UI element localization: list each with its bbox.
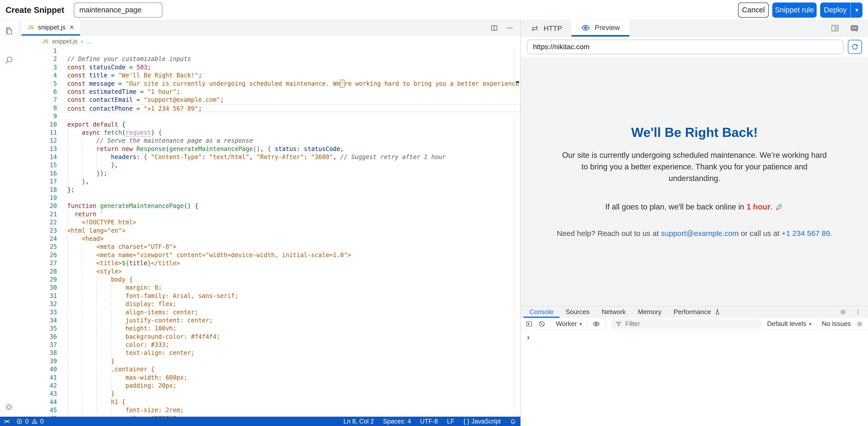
code-line[interactable]: 5const message = "Our site is currently … — [18, 80, 520, 88]
devtools-tab-sources[interactable]: Sources — [559, 306, 595, 318]
problems-indicator[interactable]: 0 0 — [16, 418, 44, 425]
status-bar: >< 0 0 Ln 8, Col — [0, 417, 520, 426]
code-line[interactable]: 23<html lang="en"> — [18, 227, 520, 235]
more-actions-icon[interactable] — [506, 24, 514, 32]
code-line[interactable]: 37 color: #333; — [18, 341, 520, 349]
code-line[interactable]: 35 height: 100vh; — [18, 324, 520, 333]
code-line[interactable]: 38 text-align: center; — [18, 349, 520, 357]
close-icon[interactable]: × — [69, 24, 74, 31]
console-prompt[interactable]: › — [527, 333, 530, 342]
code-line[interactable]: 42 padding: 20px; — [18, 381, 520, 390]
encoding-setting[interactable]: UTF-8 — [420, 418, 438, 425]
url-input[interactable] — [527, 39, 843, 54]
settings-gear-icon[interactable] — [4, 402, 14, 413]
snippet-rule-button[interactable]: Snippet rule — [772, 2, 817, 18]
code-line[interactable]: 30 margin: 0; — [18, 284, 520, 292]
code-line[interactable]: 25 <meta charset="UTF-8"> — [18, 243, 520, 251]
console-output[interactable]: › — [521, 330, 868, 426]
code-line[interactable]: 39 } — [18, 357, 520, 365]
code-line[interactable]: 46 color: #0056b3; — [18, 415, 520, 417]
devtools-tab-console[interactable]: Console — [523, 306, 559, 318]
code-line[interactable]: 34 justify-content: center; — [18, 316, 520, 324]
code-line[interactable]: 7const contactEmail = "support@example.c… — [18, 96, 520, 104]
support-email-link[interactable]: support@example.com — [661, 229, 739, 237]
filter-input[interactable] — [625, 320, 757, 328]
clear-console-icon[interactable] — [538, 320, 546, 328]
code-line[interactable]: 1 — [18, 47, 520, 55]
code-line[interactable]: 22 <!DOCTYPE html> — [18, 218, 520, 226]
tab-http[interactable]: HTTP — [521, 20, 571, 36]
split-editor-icon[interactable] — [490, 24, 498, 32]
code-line[interactable]: 18}; — [18, 186, 520, 194]
editor-scrollbar[interactable] — [515, 47, 515, 417]
phone-link[interactable]: +1 234 567 89 — [782, 229, 830, 237]
code-line[interactable]: 17 }, — [18, 177, 520, 186]
tab-snippet-js[interactable]: JS snippet.js × — [22, 20, 80, 35]
code-line[interactable]: 27 <title>${title}</title> — [18, 259, 520, 267]
code-line[interactable]: 16 }); — [18, 169, 520, 177]
line-number: 21 — [18, 210, 57, 218]
code-line[interactable]: 44 h1 { — [18, 398, 520, 406]
console-settings-gear-icon[interactable] — [856, 320, 864, 328]
devtools-tab-memory[interactable]: Memory — [632, 306, 668, 318]
docs-book-icon[interactable] — [830, 24, 840, 33]
breadcrumb[interactable]: JS snippet.js › ... — [18, 36, 520, 47]
code-line[interactable]: 4const title = "We'll Be Right Back!"; — [18, 71, 520, 79]
code-line[interactable]: 29 body { — [18, 276, 520, 284]
code-line[interactable]: 36 background-color: #f4f4f4; — [18, 333, 520, 341]
remote-indicator-icon[interactable]: >< — [4, 418, 9, 425]
deploy-dropdown-button[interactable]: ▾ — [850, 2, 863, 18]
devtools-tab-performance[interactable]: Performance — [668, 306, 727, 318]
log-levels-selector[interactable]: Default levels ▾ — [767, 320, 811, 328]
deploy-button[interactable]: Deploy — [820, 6, 850, 14]
tab-preview[interactable]: Preview — [571, 20, 629, 36]
files-icon[interactable] — [4, 26, 14, 36]
execution-context-selector[interactable]: Worker ▾ — [556, 320, 582, 328]
code-line[interactable]: 2// Define your customizable inputs — [18, 55, 520, 63]
devtools-tab-network[interactable]: Network — [596, 306, 632, 318]
cursor-position[interactable]: Ln 8, Col 2 — [344, 418, 374, 425]
code-editor[interactable]: 12// Define your customizable inputs3con… — [18, 47, 520, 417]
code-line[interactable]: 32 display: flex; — [18, 300, 520, 308]
code-line[interactable]: 31 font-family: Arial, sans-serif; — [18, 292, 520, 300]
refresh-button[interactable] — [848, 40, 862, 54]
code-line[interactable]: 45 font-size: 2rem; — [18, 406, 520, 414]
code-line[interactable]: 33 align-items: center; — [18, 308, 520, 316]
breadcrumb-ellipsis[interactable]: ... — [87, 38, 92, 45]
notifications-bell-icon[interactable] — [510, 418, 516, 425]
code-line[interactable]: 10export default { — [18, 120, 520, 129]
code-line[interactable]: 12 // Serve the maintenance page as a re… — [18, 137, 520, 145]
search-icon[interactable] — [4, 55, 14, 65]
code-line[interactable]: 21 return ` — [18, 210, 520, 218]
code-line[interactable]: 15 }, — [18, 161, 520, 169]
line-number: 20 — [18, 202, 57, 210]
breadcrumb-file[interactable]: snippet.js — [52, 38, 77, 45]
console-filter[interactable] — [611, 319, 762, 329]
code-line[interactable]: 9 — [18, 112, 520, 120]
code-line[interactable]: 19 — [18, 194, 520, 202]
code-line[interactable]: 11 async fetch(request) { — [18, 129, 520, 137]
code-line[interactable]: 3const statusCode = 503; — [18, 63, 520, 71]
code-line[interactable]: 40 .container { — [18, 365, 520, 373]
code-line[interactable]: 26 <meta name="viewport" content="width=… — [18, 251, 520, 259]
live-expression-eye-icon[interactable] — [592, 320, 600, 328]
code-line[interactable]: 6const estimatedTime = "1 hour"; — [18, 88, 520, 96]
snippet-name-input[interactable] — [74, 2, 162, 18]
code-line[interactable]: 8const contactPhone = "+1 234 567 89"; — [18, 104, 520, 112]
language-mode[interactable]: { } JavaScript — [463, 418, 501, 425]
code-line[interactable]: 28 <style> — [18, 267, 520, 276]
indentation-setting[interactable]: Spaces: 4 — [383, 418, 411, 425]
code-line[interactable]: 13 return new Response(generateMaintenan… — [18, 145, 520, 153]
code-line[interactable]: 20function generateMaintenancePage() { — [18, 202, 520, 210]
issues-counter[interactable]: No Issues — [822, 320, 851, 328]
eol-setting[interactable]: LF — [447, 418, 454, 425]
devtools-settings-gear-icon[interactable] — [839, 308, 847, 316]
console-sidebar-toggle-icon[interactable] — [525, 320, 533, 328]
code-line[interactable]: 14 headers: { "Content-Type": "text/html… — [18, 153, 520, 161]
cancel-button[interactable]: Cancel — [738, 2, 769, 18]
code-line[interactable]: 41 max-width: 600px; — [18, 374, 520, 381]
code-line[interactable]: 43 } — [18, 390, 520, 398]
kebab-menu-icon[interactable] — [855, 309, 862, 316]
code-line[interactable]: 24 <head> — [18, 235, 520, 243]
discord-icon[interactable] — [849, 24, 860, 33]
